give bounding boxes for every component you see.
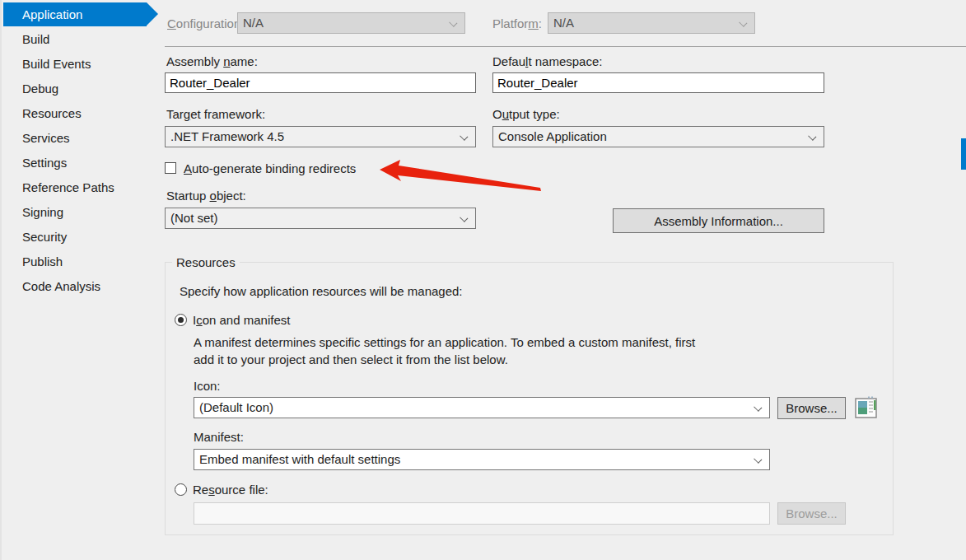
chevron-down-icon bbox=[810, 134, 816, 141]
sidebar-item-resources[interactable]: Resources bbox=[3, 101, 147, 125]
startup-object-label: Startup object: bbox=[166, 189, 246, 203]
chevron-down-icon bbox=[740, 21, 747, 27]
manifest-label: Manifest: bbox=[194, 430, 244, 444]
auto-generate-binding-redirects-label[interactable]: Auto-generate binding redirects bbox=[184, 161, 356, 175]
selected-tab-arrow-icon bbox=[147, 2, 158, 26]
resource-file-browse-button: Browse... bbox=[777, 502, 846, 525]
auto-generate-binding-redirects-checkbox[interactable] bbox=[165, 162, 176, 174]
output-type-label: Output type: bbox=[492, 107, 560, 121]
default-namespace-label: Default namespace: bbox=[492, 54, 602, 68]
icon-and-manifest-radio[interactable] bbox=[175, 314, 187, 326]
icon-browse-button[interactable]: Browse... bbox=[777, 397, 846, 419]
header-separator bbox=[165, 46, 966, 47]
chevron-down-icon bbox=[461, 134, 468, 141]
configuration-dropdown: N/A bbox=[237, 12, 465, 34]
assembly-information-button[interactable]: Assembly Information... bbox=[613, 208, 824, 233]
manifest-help-line1: A manifest determines specific settings … bbox=[194, 335, 695, 349]
sidebar-item-signing[interactable]: Signing bbox=[3, 200, 147, 224]
icon-dropdown[interactable]: (Default Icon) bbox=[194, 397, 770, 418]
sidebar-item-reference-paths[interactable]: Reference Paths bbox=[3, 175, 147, 199]
scrollbar-indicator[interactable] bbox=[961, 138, 966, 170]
sidebar-item-build[interactable]: Build bbox=[3, 27, 147, 51]
chevron-down-icon bbox=[755, 457, 762, 464]
default-icon-preview bbox=[855, 396, 877, 418]
sidebar-item-security[interactable]: Security bbox=[3, 225, 147, 249]
properties-tab-list: Application Build Build Events Debug Res… bbox=[0, 0, 155, 560]
startup-object-dropdown[interactable]: (Not set) bbox=[165, 208, 476, 229]
platform-dropdown: N/A bbox=[548, 12, 755, 34]
resources-description: Specify how application resources will b… bbox=[180, 284, 463, 298]
resources-group-title: Resources bbox=[172, 255, 240, 269]
default-namespace-input[interactable] bbox=[492, 72, 824, 93]
target-framework-dropdown[interactable]: .NET Framework 4.5 bbox=[165, 126, 476, 147]
assembly-name-label: Assembly name: bbox=[166, 54, 258, 68]
platform-label: Platform: bbox=[492, 16, 542, 30]
sidebar-item-application[interactable]: Application bbox=[3, 2, 147, 26]
configuration-label: Configuration: bbox=[167, 16, 244, 30]
resource-file-label[interactable]: Resource file: bbox=[193, 483, 268, 497]
chevron-down-icon bbox=[755, 405, 762, 412]
arrow-shape bbox=[380, 160, 541, 191]
project-properties-page: Application Build Build Events Debug Res… bbox=[0, 0, 966, 560]
manifest-help-line2: add it to your project and then select i… bbox=[194, 352, 508, 366]
chevron-down-icon bbox=[450, 21, 457, 27]
assembly-name-input[interactable] bbox=[165, 72, 476, 93]
sidebar-item-settings[interactable]: Settings bbox=[3, 151, 147, 175]
chevron-down-icon bbox=[461, 216, 468, 222]
resource-file-radio[interactable] bbox=[175, 483, 187, 496]
red-annotation-arrow-icon bbox=[375, 159, 549, 202]
icon-and-manifest-label[interactable]: Icon and manifest bbox=[193, 313, 290, 327]
resource-file-input bbox=[194, 502, 770, 525]
icon-label: Icon: bbox=[194, 379, 221, 393]
output-type-dropdown[interactable]: Console Application bbox=[492, 126, 824, 147]
sidebar-item-build-events[interactable]: Build Events bbox=[3, 52, 147, 76]
target-framework-label: Target framework: bbox=[166, 107, 265, 121]
radio-dot bbox=[178, 317, 184, 323]
sidebar-item-publish[interactable]: Publish bbox=[3, 250, 147, 273]
manifest-dropdown[interactable]: Embed manifest with default settings bbox=[194, 449, 770, 470]
sidebar-item-services[interactable]: Services bbox=[3, 126, 147, 150]
sidebar-item-code-analysis[interactable]: Code Analysis bbox=[3, 274, 147, 298]
sidebar-item-debug[interactable]: Debug bbox=[3, 77, 147, 100]
